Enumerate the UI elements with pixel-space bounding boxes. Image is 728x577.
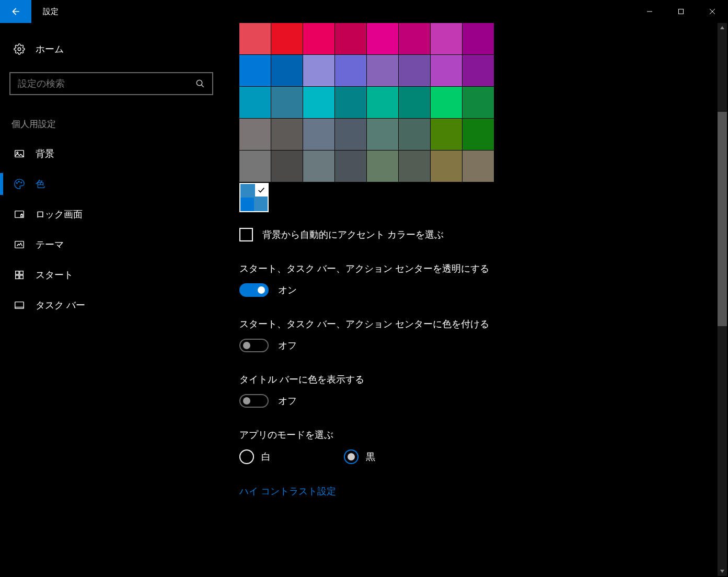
minimize-button[interactable] [634,2,665,21]
setting-title: スタート、タスク バー、アクション センターに色を付ける [239,318,728,330]
nav-item-start[interactable]: スタート [9,260,219,290]
color-swatch[interactable] [239,151,271,182]
nav-label: ロック画面 [36,208,83,221]
start-icon [14,269,25,281]
toggle-switch[interactable] [239,394,269,408]
setting-title: タイトル バーに色を表示する [239,373,728,386]
color-swatch[interactable] [367,55,398,86]
svg-rect-15 [16,271,19,274]
window-title: 設定 [43,7,59,17]
auto-accent-row[interactable]: 背景から自動的にアクセント カラーを選ぶ [239,228,728,241]
color-swatch[interactable] [239,87,271,118]
window-controls [634,2,728,21]
svg-rect-13 [21,215,23,217]
color-swatch[interactable] [335,151,366,182]
toggle-switch[interactable] [239,283,269,297]
color-swatch[interactable] [431,151,462,182]
color-swatch[interactable] [271,55,303,86]
color-swatch[interactable] [303,87,334,118]
color-swatch[interactable] [431,119,462,150]
auto-accent-checkbox[interactable] [239,228,253,241]
color-swatch[interactable] [303,23,334,54]
color-swatch[interactable] [431,55,462,86]
color-swatch[interactable] [399,119,430,150]
color-swatch[interactable] [239,23,271,54]
color-swatch[interactable] [239,119,271,150]
maximize-button[interactable] [665,2,697,21]
color-swatch[interactable] [399,87,430,118]
nav-item-taskbar[interactable]: タスク バー [9,290,219,320]
svg-rect-17 [16,275,19,279]
color-swatch[interactable] [463,55,494,86]
svg-point-11 [21,182,22,183]
color-swatch[interactable] [271,87,303,118]
color-swatch[interactable] [399,55,430,86]
close-button[interactable] [697,2,728,21]
color-swatch[interactable] [271,23,303,54]
nav-item-colors[interactable]: 色 [9,169,219,199]
radio-option[interactable]: 白 [239,449,271,464]
color-swatch[interactable] [335,119,366,150]
toggle-state-label: オフ [278,339,297,352]
color-swatch[interactable] [303,119,334,150]
titlebar: 設定 [0,0,728,23]
selected-custom-color[interactable] [239,183,269,212]
color-swatch[interactable] [335,55,366,86]
palette-icon [14,178,25,190]
color-swatch[interactable] [431,23,462,54]
nav-label: 色 [36,178,45,190]
svg-rect-18 [20,275,23,279]
search-input[interactable] [18,78,195,89]
taskbar-icon [14,299,25,311]
radio-option[interactable]: 黒 [344,449,375,464]
color-swatch[interactable] [303,151,334,182]
svg-point-10 [18,181,19,182]
toggle-setting: タイトル バーに色を表示する オフ [239,373,728,408]
color-swatch[interactable] [463,151,494,182]
radio-button[interactable] [239,449,254,464]
home-button[interactable]: ホーム [9,38,219,61]
color-swatch[interactable] [271,151,303,182]
accent-color-grid [239,23,728,182]
search-icon [195,79,205,88]
color-swatch[interactable] [463,23,494,54]
color-swatch[interactable] [335,87,366,118]
nav-item-themes[interactable]: テーマ [9,229,219,260]
color-swatch[interactable] [431,87,462,118]
color-swatch[interactable] [399,151,430,182]
toggle-state-label: オン [278,284,297,296]
nav-label: 背景 [36,147,54,160]
color-swatch[interactable] [399,23,430,54]
back-button[interactable] [0,0,31,23]
color-swatch[interactable] [367,119,398,150]
content: 背景から自動的にアクセント カラーを選ぶ スタート、タスク バー、アクション セ… [219,23,728,577]
color-swatch[interactable] [367,87,398,118]
themes-icon [14,239,25,250]
radio-button[interactable] [344,449,359,464]
color-swatch[interactable] [303,55,334,86]
color-swatch[interactable] [367,151,398,182]
search-box[interactable] [9,72,213,95]
nav-item-background[interactable]: 背景 [9,139,219,169]
app-mode-title: アプリのモードを選ぶ [239,429,728,441]
scroll-up-icon[interactable] [718,23,727,32]
svg-point-9 [17,182,18,183]
color-swatch[interactable] [335,23,366,54]
color-swatch[interactable] [239,55,271,86]
radio-label: 黒 [366,451,375,463]
corner-indicator [240,198,254,211]
high-contrast-link[interactable]: ハイ コントラスト設定 [239,485,336,498]
nav-item-lockscreen[interactable]: ロック画面 [9,199,219,229]
gear-icon [14,43,25,55]
color-swatch[interactable] [463,119,494,150]
scroll-down-icon[interactable] [718,567,727,576]
color-swatch[interactable] [271,119,303,150]
nav-label: タスク バー [36,299,85,311]
scrollbar[interactable] [718,23,727,576]
color-swatch[interactable] [463,87,494,118]
svg-point-5 [197,80,202,86]
color-swatch[interactable] [367,23,398,54]
toggle-switch[interactable] [239,339,269,352]
lockscreen-icon [14,209,25,220]
scrollbar-thumb[interactable] [718,112,727,326]
